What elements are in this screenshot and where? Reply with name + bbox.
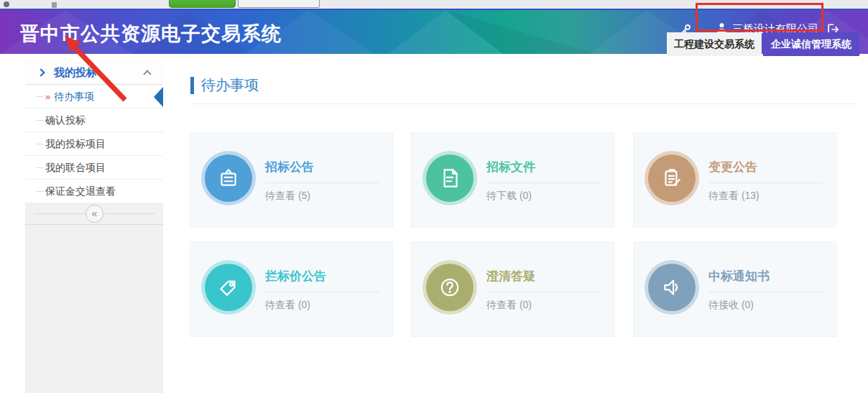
clipped-dropdown[interactable] <box>238 0 320 8</box>
card-status: 待查看 (5) <box>265 190 379 203</box>
sidebar-menu: »待办事项 确认投标 我的投标项目 我的联合项目 保证金交退查看 <box>25 85 163 203</box>
tab-construction-trading[interactable]: 工程建设交易系统 <box>667 32 762 56</box>
card-clarification[interactable]: 澄清答疑 待查看 (0) <box>411 241 614 337</box>
sidebar-item-my-bid-projects[interactable]: 我的投标项目 <box>25 132 163 156</box>
divider <box>486 292 601 292</box>
card-title: 中标通知书 <box>708 268 823 285</box>
announcement-board-icon <box>205 154 252 202</box>
divider <box>486 182 601 183</box>
card-award-notice[interactable]: 中标通知书 待接收 (0) <box>633 241 836 337</box>
speaker-icon <box>648 264 696 311</box>
browser-icon-fragment <box>52 2 57 8</box>
sidebar-item-label: 我的联合项目 <box>45 162 106 173</box>
card-title: 澄清答疑 <box>486 268 601 285</box>
active-marker: » <box>45 91 50 102</box>
card-title: 招标公告 <box>265 159 379 175</box>
price-tag-icon <box>205 264 252 311</box>
card-status: 待查看 (0) <box>486 299 601 312</box>
document-icon <box>426 154 474 202</box>
card-change-announcement[interactable]: 变更公告 待查看 (13) <box>633 132 836 228</box>
card-title: 拦标价公告 <box>265 268 379 285</box>
page-title: 晋中市公共资源电子交易系统 <box>20 21 282 47</box>
sidebar-item-label: 确认投标 <box>45 114 86 126</box>
card-title: 招标文件 <box>486 159 601 175</box>
sidebar-item-todo[interactable]: »待办事项 <box>25 85 163 108</box>
section-title: 待办事项 <box>201 75 259 95</box>
divider <box>265 182 379 183</box>
card-bid-documents[interactable]: 招标文件 待下载 (0) <box>411 132 614 228</box>
sidebar-item-label: 待办事项 <box>54 91 94 102</box>
sidebar-item-label: 我的投标项目 <box>45 138 106 149</box>
divider <box>265 292 379 292</box>
card-status: 待接收 (0) <box>708 299 823 312</box>
card-status: 待下载 (0) <box>486 190 601 203</box>
sidebar-item-label: 保证金交退查看 <box>45 185 116 197</box>
chevron-right-icon <box>37 68 45 76</box>
section-heading: 待办事项 <box>190 75 259 95</box>
question-icon <box>426 264 474 311</box>
sidebar-item-deposit-check[interactable]: 保证金交退查看 <box>25 180 163 203</box>
divider <box>708 182 823 183</box>
card-bid-announcement[interactable]: 招标公告 待查看 (5) <box>190 132 393 228</box>
collapse-icon[interactable]: « <box>86 205 103 223</box>
tab-credit-management[interactable]: 企业诚信管理系统 <box>763 32 859 56</box>
chevron-up-icon <box>143 70 151 78</box>
divider <box>190 103 857 104</box>
heading-accent-bar <box>190 77 194 94</box>
card-title: 变更公告 <box>708 159 823 175</box>
clipboard-edit-icon <box>648 154 696 202</box>
sidebar-group-title: 我的投标 <box>54 66 97 80</box>
sidebar-item-my-joint-projects[interactable]: 我的联合项目 <box>25 156 163 180</box>
page: 晋中市公共资源电子交易系统 三桥设计有限公司 工程建设交易 <box>0 0 868 393</box>
sidebar-group-my-bids[interactable]: 我的投标 <box>25 61 163 85</box>
card-price-cap-announcement[interactable]: 拦标价公告 待查看 (0) <box>190 241 393 337</box>
sidebar-collapse-row: « <box>25 203 163 225</box>
active-pointer-icon <box>154 87 163 107</box>
clipped-green-button[interactable] <box>169 0 236 8</box>
sidebar-empty-area <box>25 225 163 393</box>
card-status: 待查看 (0) <box>265 299 379 312</box>
sidebar-item-confirm-bid[interactable]: 确认投标 <box>25 108 163 132</box>
card-status: 待查看 (13) <box>708 190 823 203</box>
browser-strip <box>0 0 868 9</box>
browser-icon-fragment <box>4 1 9 7</box>
sidebar: 我的投标 »待办事项 确认投标 我的投标项目 我的联合项目 保证金交退查看 <box>25 61 163 393</box>
divider <box>708 292 823 292</box>
